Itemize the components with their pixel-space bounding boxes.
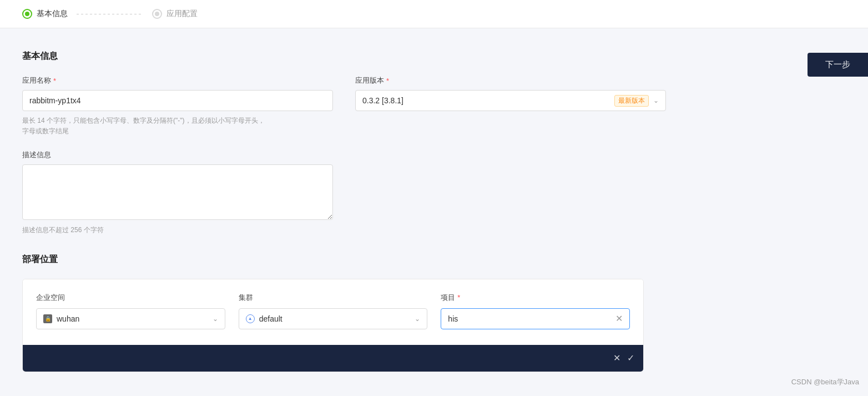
app-version-required-star: * [386, 77, 389, 85]
deploy-box: 企业空间 🔒 wuhan ⌄ 集群 ▲ default [22, 279, 644, 372]
watermark: CSDN @beita学Java [791, 377, 859, 387]
cluster-icon: ▲ [246, 314, 255, 323]
description-label: 描述信息 [22, 150, 644, 160]
app-name-required-star: * [53, 77, 56, 85]
step-app-config[interactable]: 应用配置 [152, 9, 198, 19]
app-version-field: 应用版本 * 0.3.2 [3.8.1] 最新版本 ⌄ [355, 76, 666, 137]
deploy-bottom-close-button[interactable]: ✕ [613, 353, 620, 363]
enterprise-space-icon: 🔒 [43, 314, 52, 323]
app-name-hint: 最长 14 个字符，只能包含小写字母、数字及分隔符("-")，且必须以小写字母开… [22, 116, 333, 137]
deploy-bottom-confirm-button[interactable]: ✓ [627, 353, 634, 363]
project-label: 项目 * [441, 293, 630, 303]
description-section: 描述信息 描述信息不超过 256 个字符 [22, 150, 644, 235]
app-version-label: 应用版本 * [355, 76, 666, 86]
version-text: 0.3.2 [3.8.1] [362, 96, 610, 105]
description-textarea[interactable] [22, 164, 333, 220]
step-circle-config [152, 9, 162, 19]
step-circle-inner-config [155, 12, 159, 16]
step-connector [77, 14, 143, 14]
enterprise-space-field: 企业空间 🔒 wuhan ⌄ [36, 293, 225, 329]
step-label-basic: 基本信息 [37, 9, 68, 19]
basic-info-section-title: 基本信息 [22, 51, 644, 62]
next-button[interactable]: 下一步 [808, 53, 868, 77]
app-name-version-row: 应用名称 * 最长 14 个字符，只能包含小写字母、数字及分隔符("-")，且必… [22, 76, 644, 137]
project-field: 项目 * his ✕ [441, 293, 630, 329]
version-badge: 最新版本 [614, 95, 649, 107]
stepper-bar: 基本信息 应用配置 [0, 0, 868, 28]
cluster-chevron-icon: ⌄ [415, 315, 420, 323]
main-content: 基本信息 应用名称 * 最长 14 个字符，只能包含小写字母、数字及分隔符("-… [0, 28, 666, 394]
project-required-star: * [457, 293, 460, 302]
version-chevron-icon: ⌄ [653, 97, 659, 104]
cluster-value: default [259, 314, 411, 323]
step-basic-info[interactable]: 基本信息 [22, 9, 68, 19]
cluster-field: 集群 ▲ default ⌄ [239, 293, 428, 329]
app-name-input[interactable] [22, 90, 333, 111]
deploy-fields-row: 企业空间 🔒 wuhan ⌄ 集群 ▲ default [23, 279, 643, 345]
step-circle-basic [22, 9, 32, 19]
project-value: his [448, 314, 611, 323]
enterprise-space-select[interactable]: 🔒 wuhan ⌄ [36, 308, 225, 329]
deploy-section: 部署位置 企业空间 🔒 wuhan ⌄ 集群 [22, 254, 644, 372]
app-name-field: 应用名称 * 最长 14 个字符，只能包含小写字母、数字及分隔符("-")，且必… [22, 76, 333, 137]
cluster-label: 集群 [239, 293, 428, 303]
project-clear-button[interactable]: ✕ [615, 314, 623, 323]
step-label-config: 应用配置 [166, 9, 198, 19]
step-connector-line [77, 14, 143, 14]
enterprise-space-chevron-icon: ⌄ [213, 315, 218, 323]
deploy-section-title: 部署位置 [22, 254, 644, 265]
app-version-select[interactable]: 0.3.2 [3.8.1] 最新版本 ⌄ [355, 90, 666, 111]
deploy-bottom-bar: ✕ ✓ [23, 345, 643, 372]
step-circle-inner-basic [25, 12, 29, 16]
cluster-select[interactable]: ▲ default ⌄ [239, 308, 428, 329]
app-name-label: 应用名称 * [22, 76, 333, 86]
enterprise-space-label: 企业空间 [36, 293, 225, 303]
enterprise-space-value: wuhan [57, 314, 208, 323]
description-hint: 描述信息不超过 256 个字符 [22, 225, 644, 235]
project-input-wrapper: his ✕ [441, 308, 630, 329]
